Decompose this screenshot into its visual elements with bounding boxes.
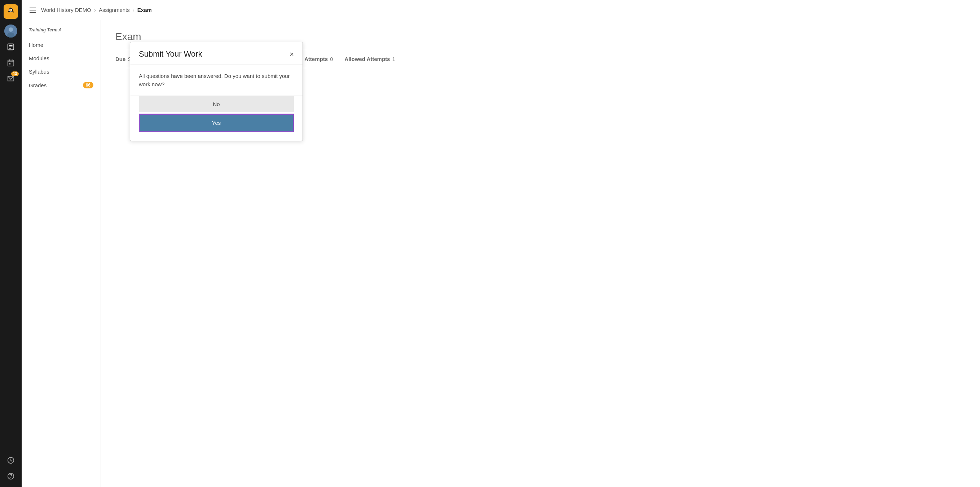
svg-rect-13	[9, 63, 10, 64]
nav-sidebar: Training Term A Home Modules Syllabus Gr…	[22, 20, 101, 487]
calendar-nav-icon[interactable]	[4, 56, 17, 69]
page-content: Exam Due Sep 25 by 10:59pm Points 100 Su…	[101, 20, 980, 487]
modal-title: Submit Your Work	[139, 49, 202, 59]
nav-item-syllabus-label: Syllabus	[29, 69, 49, 75]
nav-item-modules[interactable]: Modules	[22, 51, 100, 65]
sidebar: 13	[0, 0, 22, 487]
hamburger-menu[interactable]	[29, 6, 37, 14]
app-logo[interactable]	[3, 4, 18, 19]
breadcrumb-sep-2: ›	[133, 7, 135, 13]
content-wrapper: Training Term A Home Modules Syllabus Gr…	[22, 20, 980, 487]
nav-item-syllabus[interactable]: Syllabus	[22, 65, 100, 78]
inbox-badge: 13	[11, 72, 19, 76]
modal-footer: No Yes	[130, 96, 302, 141]
modal-body-text: All questions have been answered. Do you…	[139, 72, 294, 88]
user-avatar[interactable]	[4, 24, 17, 38]
svg-point-3	[9, 27, 13, 32]
yes-button[interactable]: Yes	[139, 113, 294, 132]
inbox-nav-icon[interactable]: 13	[4, 72, 17, 85]
modal-overlay: Submit Your Work × All questions have be…	[101, 20, 980, 487]
grades-badge: 66	[83, 82, 93, 88]
nav-item-home-label: Home	[29, 42, 43, 48]
breadcrumb-current: Exam	[137, 7, 152, 13]
modal-close-button[interactable]: ×	[290, 51, 294, 58]
svg-point-1	[10, 10, 11, 11]
history-nav-icon[interactable]	[4, 454, 17, 467]
nav-term: Training Term A	[22, 27, 100, 38]
modal-header: Submit Your Work ×	[130, 42, 302, 65]
svg-rect-9	[8, 60, 14, 66]
no-button[interactable]: No	[139, 96, 294, 112]
assignments-nav-icon[interactable]	[4, 40, 17, 53]
breadcrumb-section[interactable]: Assignments	[99, 7, 130, 13]
main-area: World History DEMO › Assignments › Exam …	[22, 0, 980, 487]
breadcrumb-sep-1: ›	[94, 7, 96, 13]
top-header: World History DEMO › Assignments › Exam	[22, 0, 980, 20]
nav-item-modules-label: Modules	[29, 55, 49, 61]
svg-point-16	[11, 477, 11, 478]
modal-body: All questions have been answered. Do you…	[130, 65, 302, 96]
nav-item-home[interactable]: Home	[22, 38, 100, 51]
breadcrumb: World History DEMO › Assignments › Exam	[41, 7, 152, 13]
sidebar-bottom	[4, 454, 17, 483]
breadcrumb-course[interactable]: World History DEMO	[41, 7, 91, 13]
nav-item-grades-label: Grades	[29, 82, 46, 88]
submit-work-modal: Submit Your Work × All questions have be…	[130, 42, 303, 141]
nav-item-grades[interactable]: Grades 66	[22, 78, 100, 92]
help-nav-icon[interactable]	[4, 470, 17, 483]
